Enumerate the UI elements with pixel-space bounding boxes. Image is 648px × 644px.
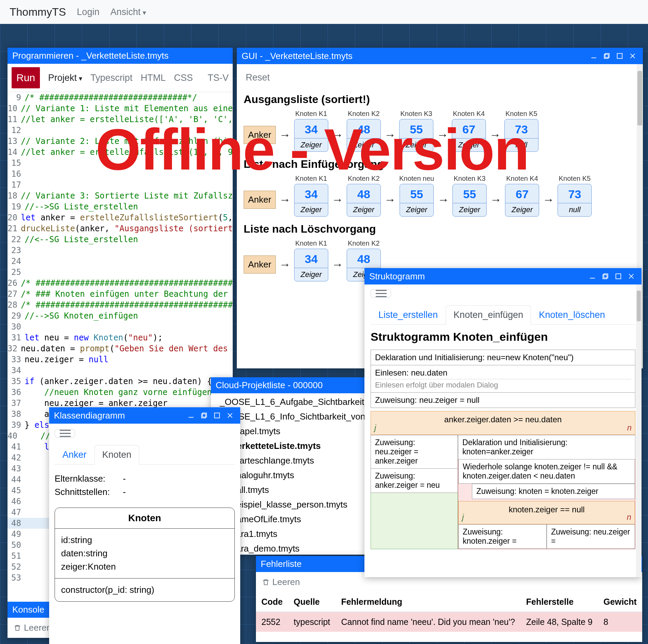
arrow-icon: →: [489, 128, 501, 142]
maximize-icon[interactable]: [614, 50, 625, 61]
arrow-icon: →: [384, 128, 396, 142]
tab-liste-erstellen[interactable]: Liste_erstellen: [371, 305, 446, 324]
uml-constructor: constructor(p_id: string): [55, 579, 234, 601]
code-line[interactable]: 23: [8, 245, 233, 256]
burger-icon: [376, 293, 387, 294]
list-node: Knoten K355Zeiger: [399, 110, 433, 152]
code-line[interactable]: 34: [8, 365, 233, 376]
svg-rect-3: [202, 413, 206, 417]
code-line[interactable]: 12: [8, 125, 233, 136]
code-line[interactable]: 11//let anker = erstelleListe(['A', 'B',…: [8, 114, 233, 125]
gui-titlebar[interactable]: GUI - _VerketteteListe.tmyts: [237, 48, 643, 64]
restore-icon[interactable]: [601, 50, 612, 61]
klass-info: Elternklasse:- Schnittstellen:-: [55, 473, 235, 497]
code-line[interactable]: 18// Variante 3: Sortierte Liste mit Zuf…: [8, 190, 233, 201]
maximize-icon[interactable]: [613, 271, 624, 282]
gui-section-title: Liste nach Einfügevorgang: [244, 158, 636, 171]
sg-decl: Deklaration und Initialisierung: neu=new…: [371, 350, 635, 365]
list-node: Knoten K248Zeiger: [347, 110, 381, 152]
minimize-icon[interactable]: [588, 50, 599, 61]
code-line[interactable]: 14//let anker = erstelleZufallsliste(10,…: [8, 147, 233, 158]
tab-anker[interactable]: Anker: [55, 445, 95, 464]
code-line[interactable]: 30: [8, 321, 233, 332]
trash-icon: [14, 624, 21, 632]
code-line[interactable]: 16: [8, 169, 233, 179]
code-line[interactable]: 32neu.daten = prompt("Geben Sie den Wert…: [8, 343, 233, 354]
code-line[interactable]: 9/* ##############################*/: [8, 92, 233, 103]
topbar: ThommyTS Login Ansicht: [0, 0, 648, 24]
code-line[interactable]: 26/* ###################################…: [8, 278, 233, 289]
menu-html[interactable]: HTML: [141, 73, 166, 83]
fehler-title: Fehlerliste: [261, 559, 302, 569]
maximize-icon[interactable]: [212, 410, 222, 421]
arrow-icon: →: [543, 193, 554, 206]
close-icon[interactable]: [626, 271, 637, 282]
code-line[interactable]: 31let neu = new Knoten("neu");: [8, 332, 233, 343]
run-button[interactable]: Run: [12, 67, 40, 88]
code-line[interactable]: 13// Variante 2: Liste mit Zufallszahlen…: [8, 136, 233, 147]
editor-titlebar[interactable]: Programmieren - _VerketteteListe.tmyts: [8, 48, 233, 64]
struk-body: Liste_erstellen Knoten_einfügen Knoten_l…: [364, 284, 642, 577]
cloud-titlebar[interactable]: Cloud-Projektliste - 000000: [211, 377, 368, 393]
sg-while-loop: Wiederhole solange knoten.zeiger != null…: [458, 459, 635, 484]
code-line[interactable]: 25: [8, 267, 233, 278]
code-line[interactable]: 17: [8, 179, 233, 190]
error-row[interactable]: 2552typescriptCannot find name 'neeu'. D…: [256, 612, 642, 632]
close-icon[interactable]: [225, 410, 235, 421]
code-line[interactable]: 15: [8, 158, 233, 169]
code-line[interactable]: 28/* ###################################…: [8, 299, 233, 310]
code-line[interactable]: 19//-->SG Liste_erstellen: [8, 201, 233, 212]
burger-menu[interactable]: [55, 429, 75, 438]
col-code: Code: [256, 592, 288, 612]
tab-knoten[interactable]: Knoten: [95, 445, 140, 465]
menu-typescript[interactable]: Typescript: [90, 73, 132, 83]
struk-titlebar[interactable]: Struktogramm: [364, 268, 642, 284]
menu-projekt[interactable]: Projekt: [48, 73, 82, 83]
minimize-icon[interactable]: [186, 410, 197, 421]
restore-icon[interactable]: [600, 271, 611, 282]
brand: ThommyTS: [10, 6, 66, 18]
klass-title: Klassendiagramm: [54, 410, 125, 421]
menu-css[interactable]: CSS: [174, 73, 193, 83]
svg-rect-7: [603, 275, 607, 279]
svg-rect-1: [604, 54, 608, 58]
code-line[interactable]: 36 //neuen Knoten ganz vorne einfügen: [8, 387, 233, 398]
code-line[interactable]: 10// Variante 1: Liste mit Elementen aus…: [8, 103, 233, 114]
code-line[interactable]: 21druckeListe(anker, "Ausgangsliste (sor…: [8, 223, 233, 234]
close-icon[interactable]: [627, 50, 638, 61]
code-line[interactable]: 20let anker = erstelleZufallslisteSortie…: [8, 212, 233, 223]
svg-rect-4: [202, 414, 206, 418]
burger-menu[interactable]: [371, 289, 391, 298]
arrow-icon: →: [332, 128, 343, 142]
tab-knoten-loeschen[interactable]: Knoten_löschen: [531, 305, 613, 324]
code-line[interactable]: 22//<--SG Liste_erstellen: [8, 234, 233, 245]
anker-box: Anker: [244, 126, 276, 144]
view-menu[interactable]: Ansicht: [110, 7, 146, 17]
svg-rect-5: [215, 413, 220, 418]
restore-icon[interactable]: [199, 410, 210, 421]
col-quelle: Quelle: [288, 592, 336, 612]
reset-button[interactable]: Reset: [244, 66, 636, 87]
login-link[interactable]: Login: [77, 7, 99, 17]
code-line[interactable]: 35if (anker.zeiger.daten >= neu.daten) {: [8, 376, 233, 387]
klass-titlebar[interactable]: Klassendiagramm: [49, 407, 240, 424]
tab-knoten-einfuegen[interactable]: Knoten_einfügen: [446, 305, 531, 325]
code-line[interactable]: 33neu.zeiger = null: [8, 354, 233, 365]
sg-read: Einlesen: neu.daten Einlesen erfolgt übe…: [371, 365, 635, 393]
col-stelle: Fehlerstelle: [521, 592, 598, 612]
arrow-icon: →: [437, 193, 449, 206]
sg-branches: Zuweisung: neu.zeiger = anker.zeiger Zuw…: [371, 435, 635, 549]
code-line[interactable]: 29//-->SG Knoten_einfügen: [8, 310, 233, 321]
struk-scrollbar[interactable]: [636, 284, 642, 577]
code-line[interactable]: 27/* ### Knoten einfügen unter Beachtung…: [8, 289, 233, 299]
arrow-icon: →: [279, 258, 291, 271]
minimize-icon[interactable]: [587, 271, 598, 282]
sg-condition-1: anker.zeiger.daten >= neu.daten j n: [371, 411, 635, 435]
sg-true-branch: Zuweisung: neu.zeiger = anker.zeiger Zuw…: [371, 435, 458, 549]
col-gewicht: Gewicht: [598, 592, 642, 612]
menu-tsv[interactable]: TS-V: [207, 73, 229, 83]
editor-title: Programmieren - _VerketteteListe.tmyts: [12, 50, 169, 61]
list-node: Knoten neu55Zeiger: [399, 175, 434, 217]
code-line[interactable]: 24: [8, 256, 233, 267]
list-node: Knoten K467Zeiger: [505, 175, 539, 217]
